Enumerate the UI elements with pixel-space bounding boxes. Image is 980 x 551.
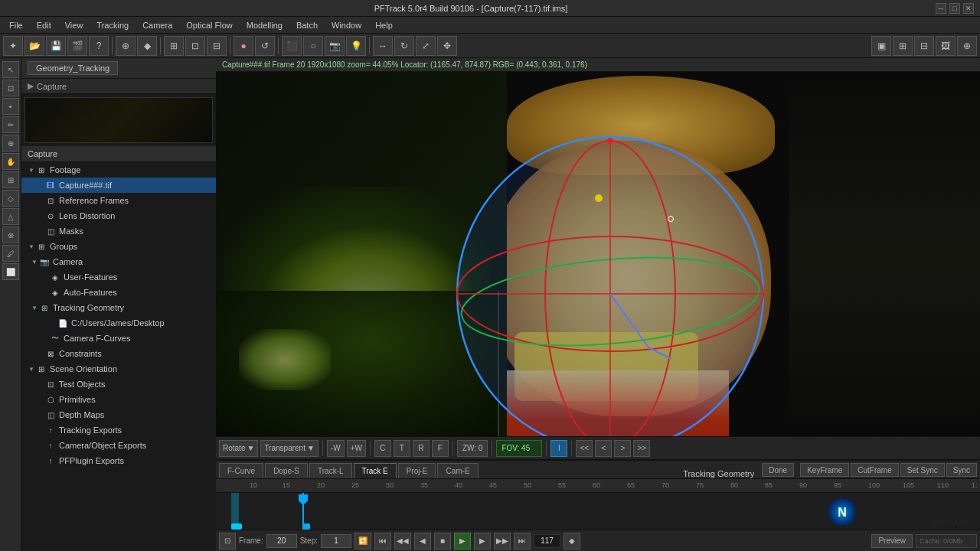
transparent-dropdown[interactable]: Transparent ▼ <box>260 440 318 457</box>
setsync-btn[interactable]: Set Sync <box>900 463 945 477</box>
tb-sphere[interactable]: ○ <box>303 36 323 56</box>
profile-tab[interactable]: Geometry_Tracking <box>28 61 118 75</box>
tree-auto-features[interactable]: ◈ Auto-Features <box>21 285 216 300</box>
tb-layout4[interactable]: 🖼 <box>936 36 956 56</box>
next-frame-btn[interactable]: ▶▶ <box>494 533 511 549</box>
tree-pfplugin-exports[interactable]: ↑ PFPlugin Exports <box>21 453 216 468</box>
footage-expand[interactable]: ▼ <box>28 166 35 174</box>
tool-draw[interactable]: ✏ <box>2 116 19 133</box>
tool-select[interactable]: ⊡ <box>2 80 19 96</box>
tb-keyframe[interactable]: ◆ <box>137 36 157 56</box>
prev-frame-btn[interactable]: ◀◀ <box>394 533 411 549</box>
tb-mode1[interactable]: ● <box>234 36 253 56</box>
tb-track[interactable]: ⊕ <box>116 36 136 56</box>
tl-playhead-top[interactable] <box>299 494 308 505</box>
tb-layout3[interactable]: ⊟ <box>914 36 934 56</box>
fwd-btn[interactable]: ▶ <box>474 533 491 549</box>
menu-modelling[interactable]: Modelling <box>240 19 289 31</box>
start-btn[interactable]: ⏮ <box>374 533 391 549</box>
camera-expand[interactable]: ▼ <box>31 258 38 266</box>
menu-window[interactable]: Window <box>325 19 368 31</box>
tb-move[interactable]: ↔ <box>373 36 393 56</box>
tree-test-objects[interactable]: ⊡ Test Objects <box>21 377 216 392</box>
set-key-btn[interactable]: ◆ <box>564 533 580 549</box>
tab-tracke[interactable]: Track E <box>354 463 397 478</box>
cutframe-btn[interactable]: CutFrame <box>851 463 898 477</box>
tb-open[interactable]: 📂 <box>24 36 44 56</box>
tb-layout1[interactable]: ▣ <box>871 36 891 56</box>
tree-masks[interactable]: ◫ Masks <box>21 223 216 239</box>
tb-transform[interactable]: ✥ <box>437 36 457 56</box>
tb-scale[interactable]: ⤢ <box>416 36 436 56</box>
menu-view[interactable]: View <box>59 19 90 31</box>
tree-cam-exports[interactable]: ↑ Camera/Object Exports <box>21 438 216 453</box>
tb-render[interactable]: 🎬 <box>67 36 87 56</box>
sync-btn[interactable]: Sync <box>946 463 977 477</box>
maximize-btn[interactable]: □ <box>949 3 960 14</box>
tree-tracking-geometry[interactable]: ▼ ⊞ Tracking Geometry <box>21 300 216 315</box>
tool-link[interactable]: ⊗ <box>2 227 19 243</box>
tb-mesh[interactable]: ⊟ <box>207 36 227 56</box>
tree-depth-maps[interactable]: ◫ Depth Maps <box>21 407 216 422</box>
next-next-btn[interactable]: >> <box>633 440 650 457</box>
tree-footage[interactable]: ▼ ⊞ Footage <box>21 162 216 178</box>
tb-select[interactable]: ✦ <box>3 36 23 56</box>
tree-cam-fcurves[interactable]: 〜 Camera F-Curves <box>21 331 216 346</box>
tab-dopes[interactable]: Dope-S <box>265 463 308 478</box>
viewport[interactable] <box>216 72 980 436</box>
tab-came[interactable]: Cam-E <box>437 463 478 478</box>
play-btn[interactable]: ▶ <box>454 533 471 549</box>
tree-capture-tif[interactable]: 🎞 Capture###.tif <box>21 178 216 193</box>
tab-proje[interactable]: Proj-E <box>398 463 436 478</box>
tree-path[interactable]: 📄 C:/Users/James/Desktop <box>21 315 216 331</box>
tool-pan[interactable]: ✋ <box>2 153 19 170</box>
keyframe-btn[interactable]: KeyFrame <box>800 463 849 477</box>
end-btn[interactable]: ⏭ <box>514 533 531 549</box>
preview-btn[interactable]: Preview <box>871 534 913 548</box>
next-btn[interactable]: > <box>614 440 631 457</box>
done-btn[interactable]: Done <box>762 463 794 477</box>
tb-grid[interactable]: ⊞ <box>164 36 184 56</box>
minimize-btn[interactable]: ─ <box>936 3 946 14</box>
tl-body[interactable]: N cgpersia.com <box>216 493 980 530</box>
rotate-dropdown[interactable]: Rotate ▼ <box>219 440 258 457</box>
tree-groups[interactable]: ▼ ⊞ Groups <box>21 239 216 254</box>
tool-track[interactable]: ⊞ <box>2 171 19 188</box>
menu-optical-flow[interactable]: Optical Flow <box>180 19 239 31</box>
tree-ref-frames[interactable]: ⊡ Reference Frames <box>21 193 216 208</box>
tool-eraser[interactable]: ⬜ <box>2 263 19 280</box>
tool-zoom[interactable]: ⊕ <box>2 135 19 152</box>
f-btn[interactable]: F <box>432 440 449 457</box>
menu-file[interactable]: File <box>3 19 29 31</box>
w-minus-btn[interactable]: -W <box>327 440 345 457</box>
i-btn[interactable]: I <box>550 440 567 457</box>
keyframe-input[interactable] <box>534 534 560 548</box>
frame-input[interactable] <box>266 534 297 548</box>
back-btn[interactable]: ◀ <box>414 533 431 549</box>
c-btn[interactable]: C <box>374 440 391 457</box>
menu-batch[interactable]: Batch <box>290 19 324 31</box>
r-btn[interactable]: R <box>413 440 430 457</box>
tree-user-features[interactable]: ◈ User-Features <box>21 269 216 285</box>
tool-pen[interactable]: 🖊 <box>2 245 19 262</box>
w-plus-btn[interactable]: +W <box>347 440 366 457</box>
menu-tracking[interactable]: Tracking <box>90 19 135 31</box>
tree-camera[interactable]: ▼ 📷 Camera <box>21 254 216 269</box>
loop-toggle[interactable]: 🔁 <box>354 533 371 549</box>
tb-cam[interactable]: 📷 <box>325 36 345 56</box>
tree-primitives[interactable]: ⬡ Primitives <box>21 392 216 407</box>
prev-btn[interactable]: < <box>595 440 612 457</box>
tb-save[interactable]: 💾 <box>46 36 66 56</box>
prev-prev-btn[interactable]: << <box>576 440 593 457</box>
tool-shape[interactable]: △ <box>2 208 19 225</box>
step-input[interactable] <box>321 534 351 548</box>
tool-point[interactable]: • <box>2 98 19 115</box>
groups-expand[interactable]: ▼ <box>28 243 35 250</box>
tb-cube[interactable]: ⬛ <box>282 36 302 56</box>
loop-btn[interactable]: ⊡ <box>219 533 236 549</box>
menu-camera[interactable]: Camera <box>136 19 178 31</box>
close-btn[interactable]: ✕ <box>963 3 974 14</box>
tb-help[interactable]: ? <box>89 36 109 56</box>
menu-edit[interactable]: Edit <box>31 19 57 31</box>
menu-help[interactable]: Help <box>369 19 399 31</box>
